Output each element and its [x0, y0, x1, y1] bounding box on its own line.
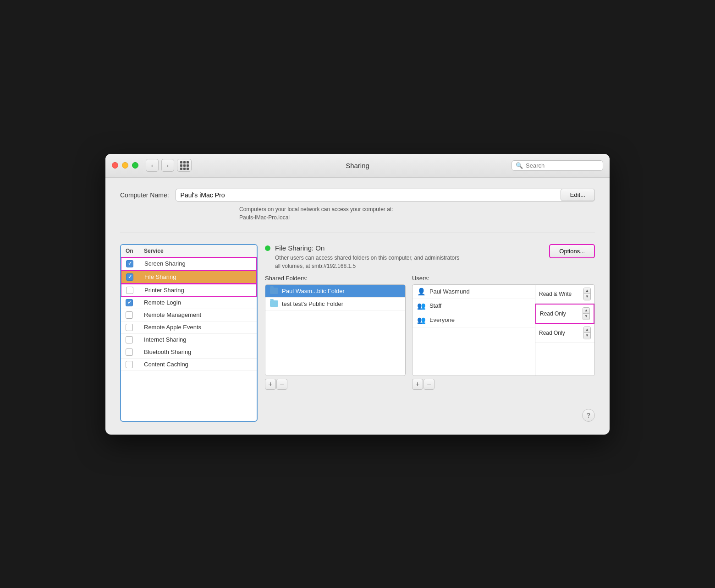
service-row-internet-sharing[interactable]: Internet Sharing [121, 334, 257, 346]
checkbox-bluetooth-sharing[interactable] [126, 348, 133, 356]
computer-name-input[interactable] [176, 189, 595, 201]
checkbox-content-caching[interactable] [126, 361, 133, 368]
stepper-down-staff[interactable]: ▼ [583, 314, 589, 320]
users-label: Users: [412, 275, 595, 282]
stepper-up-everyone[interactable]: ▲ [584, 327, 590, 333]
status-title: File Sharing: On [275, 244, 459, 252]
list-item-paul-folder[interactable]: Paul Wasm...blic Folder [265, 285, 405, 298]
list-item-test-folder[interactable]: test test's Public Folder [265, 298, 405, 310]
stepper-up-read-write[interactable]: ▲ [584, 288, 590, 294]
right-label-read-only-everyone: Read Only [539, 330, 565, 336]
list-item-paul-wasmund[interactable]: 👤 Paul Wasmund [412, 285, 535, 299]
status-dot [265, 245, 270, 251]
folders-panel: Shared Folders: Paul Wasm...blic Folder [265, 275, 406, 390]
options-button[interactable]: Options... [549, 244, 595, 258]
folder-name-test: test test's Public Folder [282, 300, 343, 307]
service-row-remote-management[interactable]: Remote Management [121, 309, 257, 321]
checkbox-remote-management[interactable] [126, 311, 133, 319]
shared-folders-list: Paul Wasm...blic Folder test test's Publ… [265, 284, 406, 376]
stepper-read-write[interactable]: ▲ ▼ [583, 288, 591, 300]
checkbox-screen-sharing[interactable] [126, 260, 133, 267]
status-info: File Sharing: On Other users can access … [275, 244, 459, 270]
computer-name-label: Computer Name: [120, 191, 169, 199]
titlebar: ‹ › Sharing 🔍 [105, 154, 610, 178]
file-sharing-status: File Sharing: On Other users can access … [265, 244, 459, 270]
forward-button[interactable]: › [161, 159, 174, 172]
stepper-up-staff[interactable]: ▲ [583, 308, 589, 314]
computer-name-row: Computer Name: [120, 189, 595, 201]
username-everyone: Everyone [429, 316, 455, 323]
search-icon: 🔍 [516, 162, 523, 169]
user-icon-multi: 👥 [417, 316, 426, 324]
service-row-content-caching[interactable]: Content Caching [121, 359, 257, 371]
stepper-read-only-staff[interactable]: ▲ ▼ [583, 307, 590, 320]
grid-view-button[interactable] [177, 159, 192, 172]
help-row: ? [265, 402, 595, 422]
search-input[interactable] [526, 162, 599, 169]
service-row-printer-sharing[interactable]: Printer Sharing [121, 283, 257, 297]
service-name-printer-sharing: Printer Sharing [144, 287, 252, 294]
user-icon-single: 👤 [417, 288, 426, 296]
service-name-bluetooth-sharing: Bluetooth Sharing [144, 348, 252, 355]
main-window: ‹ › Sharing 🔍 Computer Name: Computers o… [105, 154, 610, 435]
service-row-file-sharing[interactable]: File Sharing [121, 270, 257, 284]
folder-name-paul: Paul Wasm...blic Folder [282, 288, 345, 294]
checkbox-printer-sharing[interactable] [126, 287, 133, 294]
list-item-everyone[interactable]: 👥 Everyone [412, 313, 535, 327]
add-folder-button[interactable]: + [265, 379, 276, 390]
edit-button[interactable]: Edit... [561, 189, 595, 201]
folder-blue-icon [270, 288, 278, 294]
maximize-button[interactable] [132, 162, 138, 169]
right-label-read-write: Read & Write [539, 291, 572, 297]
status-desc: Other users can access shared folders on… [275, 254, 459, 270]
close-button[interactable] [112, 162, 118, 169]
right-panel: File Sharing: On Other users can access … [265, 244, 595, 422]
folders-add-remove-bar: + − [265, 379, 406, 390]
users-rights-container: 👤 Paul Wasmund 👥 Staff � [412, 284, 595, 376]
checkbox-internet-sharing[interactable] [126, 336, 133, 343]
username-staff: Staff [429, 302, 442, 309]
service-name-remote-login: Remote Login [144, 299, 252, 306]
services-panel: On Service Screen Sharing File Sharing [120, 244, 258, 422]
minimize-button[interactable] [122, 162, 128, 169]
checkbox-remote-login[interactable] [126, 299, 133, 306]
status-options-row: File Sharing: On Other users can access … [265, 244, 595, 270]
right-item-read-write[interactable]: Read & Write ▲ ▼ [535, 285, 594, 304]
service-name-screen-sharing: Screen Sharing [144, 260, 252, 267]
service-row-bluetooth-sharing[interactable]: Bluetooth Sharing [121, 346, 257, 359]
service-name-content-caching: Content Caching [144, 361, 252, 368]
service-row-remote-login[interactable]: Remote Login [121, 297, 257, 309]
search-box[interactable]: 🔍 [512, 160, 603, 171]
help-button[interactable]: ? [582, 409, 595, 422]
stepper-read-only-everyone[interactable]: ▲ ▼ [583, 327, 591, 339]
service-name-remote-apple-events: Remote Apple Events [144, 324, 252, 331]
remove-user-button[interactable]: − [424, 379, 434, 390]
users-panel: Users: 👤 Paul Wasmund 👥 [412, 275, 595, 390]
network-info: Computers on your local network can acce… [239, 205, 561, 222]
stepper-down-everyone[interactable]: ▼ [584, 333, 590, 339]
main-section: On Service Screen Sharing File Sharing [120, 244, 595, 422]
right-item-read-only-everyone[interactable]: Read Only ▲ ▼ [535, 324, 594, 343]
users-add-remove-bar: + − [412, 379, 595, 390]
list-item-staff[interactable]: 👥 Staff [412, 299, 535, 313]
service-row-screen-sharing[interactable]: Screen Sharing [121, 257, 257, 271]
col-service-label: Service [144, 248, 252, 254]
user-icon-group: 👥 [417, 302, 426, 310]
add-user-button[interactable]: + [412, 379, 423, 390]
content-area: Computer Name: Computers on your local n… [105, 178, 610, 435]
service-row-remote-apple-events[interactable]: Remote Apple Events [121, 321, 257, 334]
remove-folder-button[interactable]: − [276, 379, 287, 390]
col-on-label: On [126, 248, 144, 254]
divider [120, 233, 595, 233]
back-button[interactable]: ‹ [146, 159, 159, 172]
rights-box: Read & Write ▲ ▼ Read Only [535, 284, 595, 376]
stepper-down-read-write[interactable]: ▼ [584, 294, 590, 300]
traffic-lights [112, 162, 138, 169]
service-name-remote-management: Remote Management [144, 311, 252, 318]
shared-folders-label: Shared Folders: [265, 275, 406, 282]
checkbox-remote-apple-events[interactable] [126, 324, 133, 331]
right-label-read-only-staff: Read Only [540, 310, 566, 317]
users-list: 👤 Paul Wasmund 👥 Staff � [412, 284, 535, 376]
checkbox-file-sharing[interactable] [126, 273, 133, 281]
right-item-read-only-staff[interactable]: Read Only ▲ ▼ [535, 304, 594, 324]
